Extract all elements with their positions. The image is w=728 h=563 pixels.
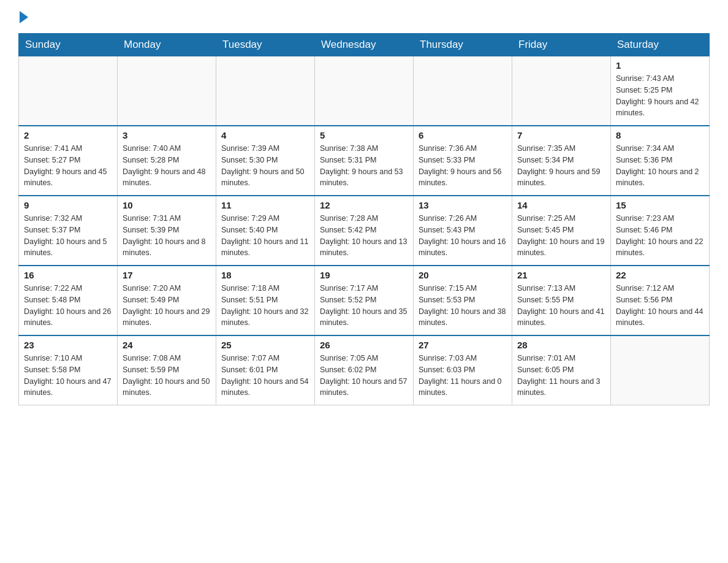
calendar-week-row: 1Sunrise: 7:43 AM Sunset: 5:25 PM Daylig…	[19, 56, 710, 126]
calendar-cell: 5Sunrise: 7:38 AM Sunset: 5:31 PM Daylig…	[315, 126, 414, 196]
day-number: 27	[419, 340, 507, 350]
day-number: 28	[517, 340, 605, 350]
logo	[18, 12, 28, 21]
calendar-cell: 12Sunrise: 7:28 AM Sunset: 5:42 PM Dayli…	[315, 196, 414, 266]
day-info: Sunrise: 7:17 AM Sunset: 5:52 PM Dayligh…	[320, 283, 408, 329]
calendar-cell: 14Sunrise: 7:25 AM Sunset: 5:45 PM Dayli…	[512, 196, 611, 266]
day-number: 22	[616, 270, 704, 280]
calendar-cell	[611, 335, 710, 405]
day-info: Sunrise: 7:26 AM Sunset: 5:43 PM Dayligh…	[419, 213, 507, 259]
day-number: 13	[419, 200, 507, 210]
day-number: 25	[221, 340, 309, 350]
calendar-cell: 1Sunrise: 7:43 AM Sunset: 5:25 PM Daylig…	[611, 56, 710, 126]
calendar-cell	[216, 56, 315, 126]
day-info: Sunrise: 7:12 AM Sunset: 5:56 PM Dayligh…	[616, 283, 704, 329]
calendar-cell: 6Sunrise: 7:36 AM Sunset: 5:33 PM Daylig…	[414, 126, 512, 196]
calendar-cell	[118, 56, 216, 126]
day-number: 9	[24, 200, 112, 210]
calendar-cell: 23Sunrise: 7:10 AM Sunset: 5:58 PM Dayli…	[19, 335, 118, 405]
day-info: Sunrise: 7:40 AM Sunset: 5:28 PM Dayligh…	[123, 143, 211, 189]
calendar-week-row: 16Sunrise: 7:22 AM Sunset: 5:48 PM Dayli…	[19, 266, 710, 335]
day-number: 6	[419, 130, 507, 140]
calendar-cell: 22Sunrise: 7:12 AM Sunset: 5:56 PM Dayli…	[611, 266, 710, 335]
day-of-week-header: Saturday	[611, 34, 710, 56]
day-info: Sunrise: 7:31 AM Sunset: 5:39 PM Dayligh…	[123, 213, 211, 259]
day-of-week-header: Sunday	[19, 34, 118, 56]
calendar-cell: 18Sunrise: 7:18 AM Sunset: 5:51 PM Dayli…	[216, 266, 315, 335]
calendar-header-row: SundayMondayTuesdayWednesdayThursdayFrid…	[19, 34, 710, 56]
day-number: 1	[616, 60, 704, 71]
calendar-cell: 8Sunrise: 7:34 AM Sunset: 5:36 PM Daylig…	[611, 126, 710, 196]
day-number: 12	[320, 200, 408, 210]
page-header	[18, 12, 710, 21]
day-info: Sunrise: 7:35 AM Sunset: 5:34 PM Dayligh…	[517, 143, 605, 189]
day-number: 10	[123, 200, 211, 210]
day-info: Sunrise: 7:29 AM Sunset: 5:40 PM Dayligh…	[221, 213, 309, 259]
day-info: Sunrise: 7:20 AM Sunset: 5:49 PM Dayligh…	[123, 283, 211, 329]
calendar-cell: 27Sunrise: 7:03 AM Sunset: 6:03 PM Dayli…	[414, 335, 512, 405]
calendar-cell: 7Sunrise: 7:35 AM Sunset: 5:34 PM Daylig…	[512, 126, 611, 196]
day-info: Sunrise: 7:25 AM Sunset: 5:45 PM Dayligh…	[517, 213, 605, 259]
day-info: Sunrise: 7:32 AM Sunset: 5:37 PM Dayligh…	[24, 213, 112, 259]
calendar-cell: 19Sunrise: 7:17 AM Sunset: 5:52 PM Dayli…	[315, 266, 414, 335]
calendar-cell: 3Sunrise: 7:40 AM Sunset: 5:28 PM Daylig…	[118, 126, 216, 196]
day-number: 17	[123, 270, 211, 280]
day-number: 7	[517, 130, 605, 140]
calendar-cell: 2Sunrise: 7:41 AM Sunset: 5:27 PM Daylig…	[19, 126, 118, 196]
day-number: 15	[616, 200, 704, 210]
calendar-cell: 20Sunrise: 7:15 AM Sunset: 5:53 PM Dayli…	[414, 266, 512, 335]
calendar-cell: 11Sunrise: 7:29 AM Sunset: 5:40 PM Dayli…	[216, 196, 315, 266]
calendar-week-row: 2Sunrise: 7:41 AM Sunset: 5:27 PM Daylig…	[19, 126, 710, 196]
calendar-cell: 16Sunrise: 7:22 AM Sunset: 5:48 PM Dayli…	[19, 266, 118, 335]
day-info: Sunrise: 7:01 AM Sunset: 6:05 PM Dayligh…	[517, 353, 605, 399]
calendar-week-row: 23Sunrise: 7:10 AM Sunset: 5:58 PM Dayli…	[19, 335, 710, 405]
calendar-cell: 10Sunrise: 7:31 AM Sunset: 5:39 PM Dayli…	[118, 196, 216, 266]
calendar-cell: 4Sunrise: 7:39 AM Sunset: 5:30 PM Daylig…	[216, 126, 315, 196]
calendar-cell	[414, 56, 512, 126]
day-info: Sunrise: 7:34 AM Sunset: 5:36 PM Dayligh…	[616, 143, 704, 189]
day-number: 21	[517, 270, 605, 280]
day-info: Sunrise: 7:36 AM Sunset: 5:33 PM Dayligh…	[419, 143, 507, 189]
calendar-cell: 13Sunrise: 7:26 AM Sunset: 5:43 PM Dayli…	[414, 196, 512, 266]
day-info: Sunrise: 7:18 AM Sunset: 5:51 PM Dayligh…	[221, 283, 309, 329]
calendar-cell: 24Sunrise: 7:08 AM Sunset: 5:59 PM Dayli…	[118, 335, 216, 405]
day-of-week-header: Tuesday	[216, 34, 315, 56]
calendar-cell: 15Sunrise: 7:23 AM Sunset: 5:46 PM Dayli…	[611, 196, 710, 266]
day-info: Sunrise: 7:23 AM Sunset: 5:46 PM Dayligh…	[616, 213, 704, 259]
day-number: 8	[616, 130, 704, 140]
day-info: Sunrise: 7:28 AM Sunset: 5:42 PM Dayligh…	[320, 213, 408, 259]
day-number: 23	[24, 340, 112, 350]
day-number: 4	[221, 130, 309, 140]
calendar-table: SundayMondayTuesdayWednesdayThursdayFrid…	[18, 33, 710, 405]
day-info: Sunrise: 7:22 AM Sunset: 5:48 PM Dayligh…	[24, 283, 112, 329]
day-info: Sunrise: 7:07 AM Sunset: 6:01 PM Dayligh…	[221, 353, 309, 399]
calendar-cell: 9Sunrise: 7:32 AM Sunset: 5:37 PM Daylig…	[19, 196, 118, 266]
calendar-cell	[512, 56, 611, 126]
calendar-cell: 28Sunrise: 7:01 AM Sunset: 6:05 PM Dayli…	[512, 335, 611, 405]
day-info: Sunrise: 7:05 AM Sunset: 6:02 PM Dayligh…	[320, 353, 408, 399]
day-info: Sunrise: 7:08 AM Sunset: 5:59 PM Dayligh…	[123, 353, 211, 399]
day-of-week-header: Friday	[512, 34, 611, 56]
day-info: Sunrise: 7:39 AM Sunset: 5:30 PM Dayligh…	[221, 143, 309, 189]
day-info: Sunrise: 7:03 AM Sunset: 6:03 PM Dayligh…	[419, 353, 507, 399]
calendar-cell: 17Sunrise: 7:20 AM Sunset: 5:49 PM Dayli…	[118, 266, 216, 335]
day-info: Sunrise: 7:13 AM Sunset: 5:55 PM Dayligh…	[517, 283, 605, 329]
calendar-cell: 26Sunrise: 7:05 AM Sunset: 6:02 PM Dayli…	[315, 335, 414, 405]
day-of-week-header: Wednesday	[315, 34, 414, 56]
day-info: Sunrise: 7:41 AM Sunset: 5:27 PM Dayligh…	[24, 143, 112, 189]
day-number: 16	[24, 270, 112, 280]
calendar-week-row: 9Sunrise: 7:32 AM Sunset: 5:37 PM Daylig…	[19, 196, 710, 266]
day-number: 26	[320, 340, 408, 350]
logo-arrow-icon	[20, 11, 28, 23]
calendar-cell	[19, 56, 118, 126]
day-number: 5	[320, 130, 408, 140]
day-number: 18	[221, 270, 309, 280]
day-number: 20	[419, 270, 507, 280]
day-of-week-header: Monday	[118, 34, 216, 56]
day-number: 2	[24, 130, 112, 140]
day-info: Sunrise: 7:38 AM Sunset: 5:31 PM Dayligh…	[320, 143, 408, 189]
day-number: 14	[517, 200, 605, 210]
day-of-week-header: Thursday	[414, 34, 512, 56]
day-number: 24	[123, 340, 211, 350]
calendar-cell	[315, 56, 414, 126]
